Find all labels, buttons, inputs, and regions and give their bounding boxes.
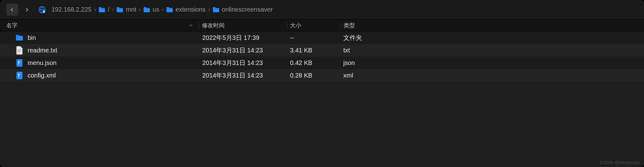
breadcrumb-label: mnt [126,6,136,13]
svg-rect-5 [43,11,45,12]
text-file-icon [16,46,23,54]
breadcrumb-label: us [153,6,159,13]
breadcrumb-sep: › [162,6,164,13]
file-name: readme.txt [28,47,57,54]
file-size: 3.41 KB [287,47,340,54]
folder-icon [116,7,123,13]
header-date[interactable]: 修改时间 [199,22,287,29]
folder-icon [213,7,219,13]
table-row[interactable]: T config.xml 2014年3月31日 14:23 0.28 KB xm… [0,69,644,82]
file-list: bin 2022年5月3日 17:39 -- 文件夹 readme.txt 20… [0,31,644,167]
file-date: 2014年3月31日 14:23 [199,59,287,67]
breadcrumb-extensions[interactable]: extensions [166,5,206,14]
file-type: 文件夹 [340,34,638,42]
folder-icon [166,7,173,13]
breadcrumb-sep: › [94,6,96,13]
file-date: 2014年3月31日 14:23 [199,46,287,55]
breadcrumb-host[interactable]: 192.168.2.225 [51,5,92,14]
file-name: config.xml [28,72,56,79]
breadcrumb-label: / [108,6,110,13]
header-type-label: 类型 [344,22,355,29]
column-headers: 名字 修改时间 大小 类型 [0,19,644,31]
file-date: 2022年5月3日 17:39 [199,34,287,42]
code-file-icon: T [16,72,23,79]
file-name: bin [28,34,36,41]
file-size: 0.42 KB [287,59,340,67]
breadcrumb: 192.168.2.225 › / › mnt › [51,5,273,14]
breadcrumb-label: onlinescreensaver [222,6,273,13]
folder-icon [98,7,105,13]
folder-icon [143,7,150,13]
folder-icon [16,34,23,41]
breadcrumb-us[interactable]: us [143,5,160,14]
file-browser-window: 192.168.2.225 › / › mnt › [0,0,644,167]
file-type: json [340,59,638,67]
header-size-label: 大小 [290,22,301,29]
table-row[interactable]: bin 2022年5月3日 17:39 -- 文件夹 [0,31,644,44]
breadcrumb-current[interactable]: onlinescreensaver [212,5,273,14]
header-name-label: 名字 [6,22,18,29]
breadcrumb-root[interactable]: / [98,5,110,14]
table-row[interactable]: T menu.json 2014年3月31日 14:23 0.42 KB jso… [0,57,644,69]
breadcrumb-label: extensions [176,6,206,13]
forward-button[interactable] [21,4,33,16]
file-type: xml [340,72,638,79]
file-name: menu.json [28,59,56,67]
chevron-left-icon [10,8,14,12]
table-row[interactable]: readme.txt 2014年3月31日 14:23 3.41 KB txt [0,44,644,57]
breadcrumb-sep: › [139,6,141,13]
file-size: 0.28 KB [287,72,340,79]
code-file-icon: T [16,59,23,67]
breadcrumb-sep: › [208,6,210,13]
breadcrumb-sep: › [112,6,114,13]
toolbar: 192.168.2.225 › / › mnt › [0,0,644,19]
back-button[interactable] [6,4,18,16]
chevron-right-icon [24,8,29,12]
header-type[interactable]: 类型 [341,22,638,29]
breadcrumb-mnt[interactable]: mnt [116,5,137,14]
file-date: 2014年3月31日 14:23 [199,71,287,80]
network-icon [38,6,46,13]
file-size: -- [287,34,340,41]
header-date-label: 修改时间 [202,22,224,29]
header-size[interactable]: 大小 [288,22,341,29]
chevron-down-icon [189,22,193,29]
watermark: CSDN @Mintimate [600,160,640,165]
header-name[interactable]: 名字 [6,22,199,29]
file-type: txt [340,47,638,54]
host-label: 192.168.2.225 [51,6,92,13]
